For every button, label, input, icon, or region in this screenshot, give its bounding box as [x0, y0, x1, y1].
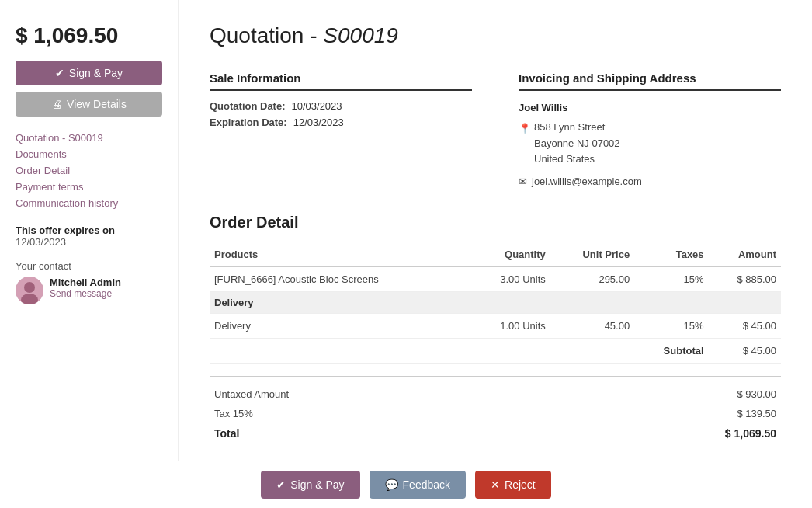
contact-label: Your contact: [16, 260, 162, 272]
nav-quotation[interactable]: Quotation - S00019: [16, 132, 162, 144]
email-line: ✉ joel.willis@example.com: [519, 174, 781, 190]
nav-order-detail[interactable]: Order Detail: [16, 165, 162, 176]
check-icon: ✔: [55, 67, 64, 79]
address-line: 📍 858 Lynn Street Bayonne NJ 07002 Unite…: [519, 120, 781, 168]
tax-value: $ 139.50: [737, 408, 776, 419]
table-row: [FURN_6666] Acoustic Bloc Screens 3.00 U…: [210, 266, 781, 291]
delivery-quantity: 1.00 Units: [469, 313, 550, 338]
page-title: Quotation - S00019: [210, 23, 781, 48]
delivery-taxes: 15%: [634, 313, 708, 338]
product-quantity: 3.00 Units: [469, 266, 550, 291]
contact-section: Mitchell Admin Send message: [16, 277, 162, 304]
table-row: Delivery 1.00 Units 45.00 15% $ 45.00: [210, 313, 781, 338]
product-taxes: 15%: [634, 266, 708, 291]
sale-information-heading: Sale Information: [210, 71, 472, 91]
subtotal-row: Subtotal $ 45.00: [210, 338, 781, 363]
delivery-group-row: Delivery: [210, 291, 781, 313]
col-products: Products: [210, 242, 469, 267]
tax-label: Tax 15%: [214, 408, 253, 419]
address-block: Joel Willis 📍 858 Lynn Street Bayonne NJ…: [519, 100, 781, 190]
x-icon: ✕: [491, 478, 500, 491]
order-table: Products Quantity Unit Price Taxes Amoun…: [210, 242, 781, 364]
footer-reject-button[interactable]: ✕ Reject: [475, 471, 551, 499]
col-taxes: Taxes: [634, 242, 708, 267]
sidebar-sign-pay-button[interactable]: ✔ Sign & Pay: [16, 61, 162, 85]
tax-row: Tax 15% $ 139.50: [210, 404, 781, 423]
location-icon: 📍: [519, 121, 531, 137]
sidebar-price: $ 1,069.50: [16, 23, 162, 48]
total-label: Total: [214, 427, 239, 440]
contact-info: Mitchell Admin Send message: [50, 277, 121, 299]
main-content: Quotation - S00019 Sale Information Quot…: [179, 0, 812, 508]
product-amount: $ 885.00: [709, 266, 781, 291]
expiration-date-field: Expiration Date: 12/03/2023: [210, 117, 472, 128]
footer-bar: ✔ Sign & Pay 💬 Feedback ✕ Reject: [0, 461, 812, 508]
order-detail-heading: Order Detail: [210, 214, 781, 231]
total-row: Total $ 1,069.50: [210, 423, 781, 444]
sidebar-view-details-button[interactable]: 🖨 View Details: [16, 92, 162, 117]
nav-payment-terms[interactable]: Payment terms: [16, 181, 162, 193]
product-name: [FURN_6666] Acoustic Bloc Screens: [210, 266, 469, 291]
avatar-image: [16, 277, 43, 304]
avatar: [16, 277, 43, 304]
chat-icon: 💬: [385, 478, 398, 491]
nav-documents[interactable]: Documents: [16, 148, 162, 160]
shipping-section: Invoicing and Shipping Address Joel Will…: [519, 71, 781, 190]
send-message-link[interactable]: Send message: [50, 288, 121, 299]
footer-sign-pay-button[interactable]: ✔ Sign & Pay: [261, 471, 359, 499]
svg-point-1: [24, 282, 35, 293]
delivery-group-label: Delivery: [210, 291, 781, 313]
address-text: 858 Lynn Street Bayonne NJ 07002 United …: [534, 120, 620, 168]
delivery-amount: $ 45.00: [709, 313, 781, 338]
check-icon: ✔: [276, 478, 286, 491]
untaxed-value: $ 930.00: [737, 388, 776, 400]
shipping-heading: Invoicing and Shipping Address: [519, 71, 781, 91]
subtotal-label: Subtotal: [634, 338, 708, 363]
col-unit-price: Unit Price: [550, 242, 634, 267]
untaxed-row: Untaxed Amount $ 930.00: [210, 384, 781, 404]
nav-communication-history[interactable]: Communication history: [16, 197, 162, 209]
delivery-product: Delivery: [210, 313, 469, 338]
untaxed-label: Untaxed Amount: [214, 388, 289, 400]
footer-feedback-button[interactable]: 💬 Feedback: [370, 471, 466, 499]
subtotal-value: $ 45.00: [709, 338, 781, 363]
offer-expires: This offer expires on 12/03/2023: [16, 224, 162, 248]
summary-section: Untaxed Amount $ 930.00 Tax 15% $ 139.50…: [210, 376, 781, 444]
printer-icon: 🖨: [51, 98, 62, 110]
total-value: $ 1,069.50: [725, 427, 776, 440]
contact-name: Mitchell Admin: [50, 277, 121, 288]
product-unit-price: 295.00: [550, 266, 634, 291]
email-icon: ✉: [519, 174, 527, 190]
sidebar-navigation: Quotation - S00019 Documents Order Detai…: [16, 132, 162, 209]
address-name: Joel Willis: [519, 100, 781, 117]
info-row: Sale Information Quotation Date: 10/03/2…: [210, 71, 781, 190]
order-detail-section: Order Detail Products Quantity Unit Pric…: [210, 214, 781, 444]
sale-information-section: Sale Information Quotation Date: 10/03/2…: [210, 71, 472, 190]
col-quantity: Quantity: [469, 242, 550, 267]
col-amount: Amount: [709, 242, 781, 267]
delivery-unit-price: 45.00: [550, 313, 634, 338]
quotation-date-field: Quotation Date: 10/03/2023: [210, 100, 472, 112]
sidebar: $ 1,069.50 ✔ Sign & Pay 🖨 View Details Q…: [0, 0, 179, 508]
